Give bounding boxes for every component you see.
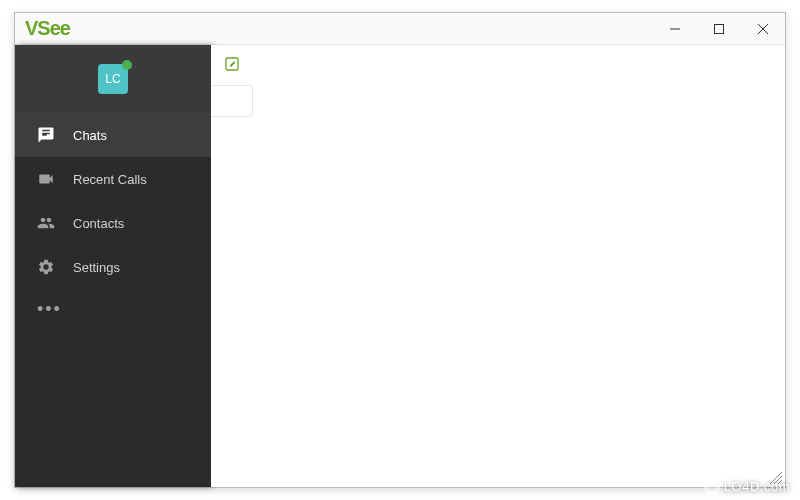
sidebar-item-label: Chats [73,128,107,143]
video-icon [37,170,55,188]
chat-icon [37,126,55,144]
avatar-initials: LC [105,72,120,86]
compose-button[interactable] [221,53,243,75]
gear-icon [37,258,55,276]
avatar: LC [98,64,128,94]
people-icon [37,214,55,232]
maximize-button[interactable] [697,13,741,44]
watermark: LO4D.com [704,478,790,494]
sidebar-item-label: Recent Calls [73,172,147,187]
svg-rect-0 [715,24,724,33]
sidebar: LC Chats Recent Calls [15,45,211,487]
sidebar-item-contacts[interactable]: Contacts [15,201,211,245]
app-window: VSee LC [14,12,786,488]
close-button[interactable] [741,13,785,44]
minimize-button[interactable] [653,13,697,44]
sidebar-item-chats[interactable]: Chats [15,113,211,157]
compose-icon [224,56,240,72]
sidebar-more-button[interactable]: ••• [15,289,211,329]
presence-indicator [122,60,132,70]
content-area [211,45,785,487]
chat-card-fragment [211,85,253,117]
watermark-text: LO4D.com [724,479,790,494]
window-controls [653,13,785,44]
sidebar-item-label: Settings [73,260,120,275]
profile-section[interactable]: LC [15,45,211,113]
globe-icon [704,478,720,494]
sidebar-item-label: Contacts [73,216,124,231]
more-icon: ••• [37,299,62,320]
app-logo: VSee [25,17,70,40]
sidebar-item-recent-calls[interactable]: Recent Calls [15,157,211,201]
sidebar-item-settings[interactable]: Settings [15,245,211,289]
titlebar: VSee [15,13,785,45]
